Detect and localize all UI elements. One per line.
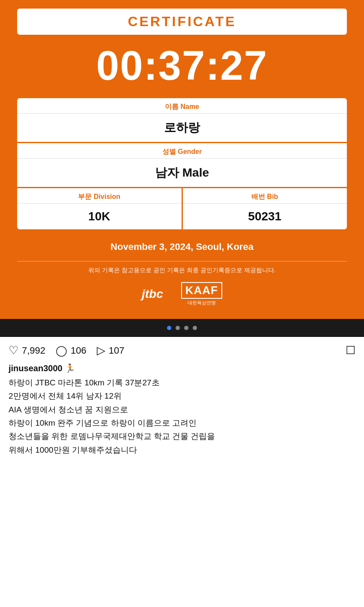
share-count: 107 — [109, 345, 125, 356]
kaaf-text: KAAF — [181, 282, 222, 299]
carousel-dots — [0, 319, 364, 337]
cert-bib-value: 50231 — [183, 204, 347, 229]
dot-1[interactable] — [167, 326, 171, 330]
cert-divider — [17, 261, 347, 261]
bookmark-icon: ☐ — [346, 344, 355, 357]
cert-gender-label: 성별 Gender — [17, 143, 347, 159]
cert-division-bib-row: 부문 Division 10K 배번 Bib 50231 — [17, 188, 347, 229]
cert-division-value: 10K — [17, 204, 182, 229]
jtbc-logo: jtbc — [142, 287, 164, 301]
save-button[interactable]: ☐ — [346, 344, 355, 357]
cert-bib-label: 배번 Bib — [183, 188, 347, 204]
comment-icon: ◯ — [56, 345, 67, 357]
like-action[interactable]: ♡ 7,992 — [9, 344, 45, 357]
cert-gender-field: 성별 Gender 남자 Male — [17, 143, 347, 188]
like-count: 7,992 — [22, 345, 45, 356]
cert-division-label: 부문 Division — [17, 188, 182, 204]
cert-title-box: CERTIFICATE — [17, 9, 347, 35]
kaaf-sub: 대한육상연맹 — [188, 300, 216, 306]
cert-logos: jtbc KAAF 대한육상연맹 — [17, 282, 347, 306]
heart-icon: ♡ — [9, 344, 18, 357]
certificate-section: CERTIFICATE 00:37:27 이름 Name 로하랑 성별 Gend… — [0, 0, 364, 319]
cert-bib-field: 배번 Bib 50231 — [183, 188, 347, 229]
cert-disclaimer: 위의 기록은 참고용으로 공인 기록은 최종 공인기록증으로 제공됩니다. — [17, 267, 347, 274]
cert-division-field: 부문 Division 10K — [17, 188, 183, 229]
cert-fields: 이름 Name 로하랑 성별 Gender 남자 Male 부문 Divisio… — [17, 98, 347, 229]
cert-gender-value: 남자 Male — [17, 159, 347, 187]
post-caption: 하랑이 JTBC 마라톤 10km 기록 37분27초 2만명에서 전체 14위… — [9, 376, 355, 457]
post-username[interactable]: jinusean3000 🏃 — [9, 363, 355, 373]
kaaf-logo: KAAF 대한육상연맹 — [181, 282, 222, 306]
dot-4[interactable] — [193, 326, 197, 330]
cert-date: November 3, 2024, Seoul, Korea — [17, 238, 347, 256]
share-icon: ▷ — [97, 344, 105, 357]
share-action[interactable]: ▷ 107 — [97, 344, 125, 357]
post-user-emoji: 🏃 — [65, 364, 75, 373]
post-actions: ♡ 7,992 ◯ 106 ▷ 107 ☐ — [9, 344, 355, 357]
cert-time: 00:37:27 — [17, 45, 347, 86]
cert-title: CERTIFICATE — [128, 14, 236, 29]
post-section: ♡ 7,992 ◯ 106 ▷ 107 ☐ jinusean3000 🏃 하랑이… — [0, 337, 364, 465]
cert-name-field: 이름 Name 로하랑 — [17, 98, 347, 143]
comment-action[interactable]: ◯ 106 — [56, 345, 87, 357]
cert-name-value: 로하랑 — [17, 114, 347, 142]
comment-count: 106 — [71, 345, 87, 356]
dot-3[interactable] — [184, 326, 188, 330]
cert-name-label: 이름 Name — [17, 98, 347, 114]
dot-2[interactable] — [176, 326, 180, 330]
